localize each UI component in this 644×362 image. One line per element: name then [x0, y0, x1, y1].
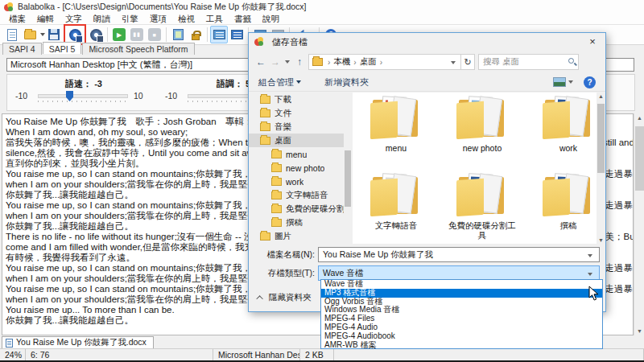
up-button[interactable]: ↑ — [292, 56, 307, 68]
rate-slider-group: 語速： -3 -10 10 — [15, 78, 152, 109]
folder-tile-label: 文字轉語音 — [375, 220, 418, 230]
filetype-option[interactable]: Ogg Vorbis 音檔 — [321, 298, 602, 306]
forward-button[interactable]: → — [268, 56, 283, 68]
filetype-option[interactable]: MPEG-4 Audio — [321, 323, 602, 332]
filename-input[interactable]: You Raise Me Up 你鼓舞了我 — [318, 247, 600, 262]
large-folder-icon — [370, 171, 422, 218]
editor-scrollbar[interactable]: ▲ ▼ — [634, 113, 644, 335]
menu-item[interactable]: 工具 — [200, 14, 229, 25]
breadcrumb-this-pc[interactable]: 本機 — [333, 56, 350, 68]
document-tab[interactable]: You Raise Me Up 你鼓舞了我.docx — [2, 336, 154, 348]
filetype-option[interactable]: MPEG-4 Files — [321, 315, 602, 323]
menu-item[interactable]: 檔案 — [3, 14, 31, 25]
engine-tab[interactable]: Microsoft Speech Platform — [82, 43, 194, 55]
view-dropdown-icon — [568, 80, 573, 84]
pitch-min-label: -10 — [165, 91, 177, 101]
menu-item[interactable]: 選項 — [144, 14, 172, 25]
split-audio-icon — [90, 29, 102, 41]
folder-tree-item[interactable]: menu — [249, 147, 344, 161]
filetype-dropdown-list: Wave 音檔MP3 格式音檔Ogg Vorbis 音檔Windows Medi… — [320, 279, 603, 349]
menu-item[interactable]: 引擎 — [116, 14, 144, 25]
folder-tile[interactable]: menu — [356, 94, 436, 153]
history-dropdown-icon[interactable] — [285, 60, 290, 64]
search-placeholder: 搜尋 桌面 — [483, 56, 519, 68]
folder-tile[interactable]: 文字轉語音 — [356, 171, 436, 230]
folder-tree-item[interactable]: 文件 — [249, 106, 344, 120]
filetype-option[interactable]: Windows Media 音檔 — [321, 306, 602, 315]
split-convert-audio-button[interactable] — [87, 26, 105, 43]
folder-tree-item[interactable]: 免費的硬碟分割 — [249, 202, 344, 216]
play-button[interactable]: ▶ — [110, 26, 128, 43]
engine-tab[interactable]: SAPI 4 — [2, 43, 42, 55]
organize-button[interactable]: 組合管理 — [258, 76, 303, 88]
status-cell: Microsoft Hanhan Desktop [中文 (繁體，台灣)] — [213, 349, 300, 360]
folder-tree-item[interactable]: 撰稿 — [249, 216, 344, 229]
status-cell: 24% — [0, 349, 26, 360]
lock-icon — [192, 34, 200, 40]
editor-scrollbar-thumb[interactable] — [635, 126, 644, 191]
menu-item[interactable]: 說明 — [257, 14, 285, 25]
save-button[interactable] — [45, 26, 63, 43]
organize-dropdown-icon — [296, 80, 301, 84]
filetype-option[interactable]: AMR-WB 檔案 — [321, 341, 602, 350]
save-audio-file-button[interactable] — [66, 26, 84, 43]
rate-slider-track[interactable] — [38, 94, 128, 98]
menu-item[interactable]: 文字 — [60, 14, 88, 25]
menu-item[interactable]: 檢視 — [172, 14, 200, 25]
stop-button[interactable]: ■ — [146, 26, 163, 43]
folder-tile-label: 免費的硬碟分割工具 — [448, 220, 517, 240]
scroll-down-icon[interactable]: ▼ — [597, 237, 605, 243]
status-cell — [334, 349, 638, 360]
scroll-up-icon[interactable]: ▲ — [597, 93, 605, 99]
book-view-button[interactable] — [228, 26, 246, 43]
hide-folders-button[interactable]: 隱藏資料夾 — [258, 292, 312, 303]
refresh-button[interactable]: ↻ — [461, 54, 475, 70]
engine-tab[interactable]: SAPI 5 — [43, 42, 82, 54]
view-mode-button[interactable] — [553, 77, 576, 87]
folder-tile[interactable]: new photo — [442, 94, 522, 153]
breadcrumb-desktop[interactable]: 桌面 — [360, 56, 377, 68]
filename-row: 檔案名稱(N): You Raise Me Up 你鼓舞了我 — [249, 247, 605, 262]
watch-clipboard-button[interactable] — [169, 26, 187, 43]
engine-tabs: SAPI 4SAPI 5Microsoft Speech Platform — [2, 43, 196, 55]
dialog-close-button[interactable]: × — [580, 33, 605, 51]
search-input[interactable]: 搜尋 桌面 — [478, 54, 579, 70]
folder-tile[interactable]: 撰稿 — [528, 171, 605, 230]
dialog-help-button[interactable]: ? — [584, 76, 596, 88]
new-folder-button[interactable]: 新增資料夾 — [324, 76, 369, 88]
folder-tile[interactable]: 免費的硬碟分割工具 — [442, 171, 522, 240]
folder-tree-item[interactable]: new photo — [249, 161, 344, 175]
filetype-option[interactable]: MPEG-4 Audiobook — [321, 332, 602, 341]
balabolka-app-icon — [4, 2, 14, 12]
scroll-up-icon[interactable]: ▲ — [634, 115, 644, 121]
document-tab-label: You Raise Me Up 你鼓舞了我.docx — [16, 337, 147, 348]
folder-tile[interactable]: work — [528, 94, 605, 153]
file-list-scrollbar[interactable]: ▲ ▼ — [597, 93, 605, 244]
scroll-down-icon[interactable]: ▼ — [634, 328, 644, 334]
filetype-option[interactable]: MP3 格式音檔 — [321, 289, 602, 298]
folder-tree-item[interactable]: 圖片 — [249, 229, 344, 243]
address-bar[interactable]: › 本機 › 桌面 › — [308, 54, 461, 70]
lock-button[interactable] — [187, 26, 204, 43]
menu-item[interactable]: 編輯 — [31, 14, 60, 25]
dialog-nav-row: ← → ↑ › 本機 › 桌面 › ↻ 搜尋 桌面 — [249, 52, 605, 72]
folder-tree-item[interactable]: 音樂 — [249, 120, 344, 134]
folder-tree-item[interactable]: 下載 — [249, 93, 344, 106]
large-folder-icon — [456, 94, 508, 141]
pause-button[interactable]: ▮▮ — [128, 26, 146, 43]
text-mode-button[interactable] — [210, 26, 228, 43]
open-file-button[interactable] — [21, 26, 39, 43]
filetype-option[interactable]: Wave 音檔 — [321, 280, 602, 289]
folder-tree-item[interactable]: work — [249, 175, 344, 188]
folder-tree-item[interactable]: 桌面 — [249, 134, 344, 147]
breadcrumb-folder-icon — [312, 58, 323, 66]
folder-tree-item[interactable]: 文字轉語音 — [249, 188, 344, 202]
large-folder-icon — [370, 94, 422, 141]
menu-item[interactable]: 書籤 — [229, 14, 257, 25]
collapse-icon — [256, 295, 262, 302]
menu-item[interactable]: 朗讀 — [88, 14, 116, 25]
back-button[interactable]: ← — [254, 56, 268, 68]
address-dropdown-icon[interactable] — [451, 61, 456, 64]
new-document-button[interactable] — [3, 26, 21, 43]
tree-scrollbar[interactable] — [344, 93, 352, 244]
